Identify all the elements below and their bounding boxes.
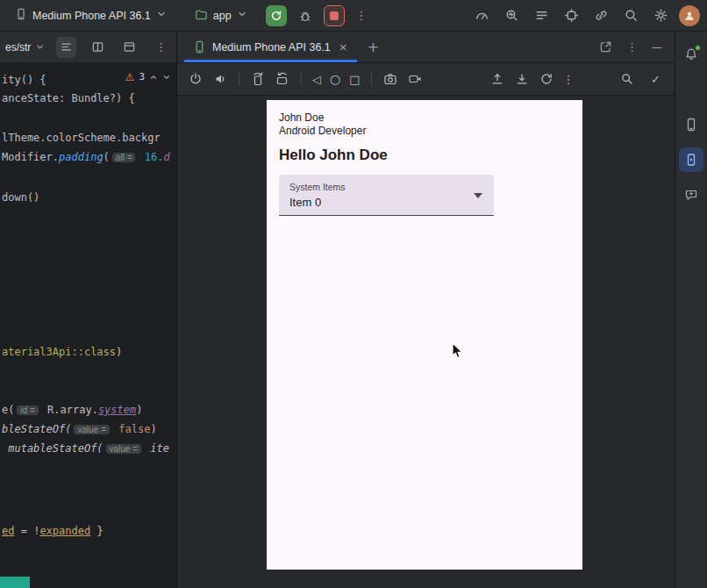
tab-title: Medium Phone API 36.1 — [212, 41, 331, 54]
check-button[interactable]: ✓ — [651, 74, 661, 85]
device-display-area: John Doe Android Developer Hello John Do… — [177, 96, 675, 588]
main-content: es/str ⋮ ity() { anceState: Bundle — [0, 32, 707, 588]
rerun-button[interactable] — [266, 5, 287, 26]
rotate-right-button[interactable] — [275, 71, 290, 87]
download-button[interactable] — [514, 71, 530, 87]
layout-icon — [123, 40, 136, 54]
code-token: ) — [116, 346, 122, 358]
profiler-icon — [475, 8, 489, 23]
device-manager-icon — [684, 118, 698, 132]
dropdown-label: System Items — [289, 182, 483, 192]
inspection-widget[interactable]: ⚠ 3 — [125, 71, 171, 82]
more-icon[interactable]: ⋮ — [626, 41, 638, 53]
divider — [371, 72, 372, 86]
open-in-window-icon[interactable] — [599, 40, 612, 54]
message-plus-icon — [684, 188, 698, 202]
new-tab-button[interactable]: + — [357, 40, 389, 54]
device-more-button[interactable]: ⋮ — [563, 74, 575, 85]
code-token: e( — [2, 404, 14, 416]
code-token: d — [163, 151, 169, 163]
code-line: aterial3Api::class) — [2, 346, 122, 359]
device-manager-button[interactable] — [679, 112, 703, 137]
code-line: anceState: Bundle?) { — [2, 92, 135, 105]
build-analyzer-button[interactable] — [560, 4, 582, 27]
device-selector[interactable]: Medium Phone API 36.1 — [11, 5, 171, 25]
device-screen[interactable]: John Doe Android Developer Hello John Do… — [267, 100, 582, 570]
stop-button[interactable] — [324, 5, 345, 26]
code-line: ed = !expanded } — [2, 525, 104, 538]
debug-button[interactable] — [294, 4, 317, 27]
logcat-button[interactable] — [530, 4, 553, 27]
profile-role: Android Developer — [279, 125, 570, 138]
restore-icon — [539, 72, 553, 86]
search-button[interactable] — [619, 4, 642, 27]
parameter-hint: value = — [106, 444, 142, 454]
running-devices-button[interactable] — [679, 147, 703, 172]
person-icon — [683, 10, 696, 22]
run-config-selector[interactable]: app — [190, 5, 252, 26]
minimize-icon[interactable]: — — [652, 42, 662, 53]
nav-home-button[interactable]: ○ — [330, 73, 340, 85]
profiler-button[interactable] — [470, 4, 493, 27]
notification-dot — [695, 45, 701, 51]
camera-icon — [383, 72, 397, 86]
volume-button[interactable] — [212, 71, 228, 87]
emulator-icon — [193, 40, 206, 54]
rerun-arrow-icon — [270, 10, 282, 22]
chevron-down-icon[interactable] — [162, 73, 171, 82]
code-line: lTheme.colorScheme.backgr — [2, 132, 161, 145]
more-actions-button[interactable]: ⋮ — [350, 4, 373, 27]
power-button[interactable] — [188, 71, 204, 87]
user-avatar[interactable] — [679, 5, 700, 26]
warning-icon: ⚠ — [125, 72, 135, 82]
chip-icon — [564, 8, 579, 23]
code-token: ity() { — [2, 74, 46, 86]
power-icon — [189, 72, 203, 86]
code-line: e(id = R.array.system) — [2, 404, 142, 417]
device-selector-label: Medium Phone API 36.1 — [32, 10, 151, 22]
chevron-down-icon — [237, 9, 247, 22]
device-mirroring-button[interactable] — [589, 4, 612, 27]
notifications-button[interactable] — [679, 42, 703, 67]
code-token: } — [90, 525, 103, 537]
rotate-left-button[interactable] — [250, 71, 266, 87]
editor-more-button[interactable]: ⋮ — [151, 37, 171, 58]
structure-view-button[interactable] — [56, 37, 76, 58]
upload-button[interactable] — [489, 71, 505, 87]
close-icon[interactable]: × — [339, 41, 348, 53]
split-icon — [91, 40, 104, 54]
phone-icon — [15, 8, 27, 23]
record-screen-button[interactable] — [407, 71, 423, 87]
code-line: mutableStateOf(value = ite — [2, 442, 169, 455]
code-token: bleStateOf( — [2, 423, 71, 435]
zoom-button[interactable] — [619, 71, 635, 87]
nav-back-button[interactable]: ◁ — [312, 74, 321, 85]
tab-running-device[interactable]: Medium Phone API 36.1 × — [184, 32, 357, 62]
device-toolbar: ◁ ○ □ ⋮ — [177, 63, 675, 96]
chevron-up-icon[interactable] — [149, 73, 158, 82]
system-items-dropdown[interactable]: System Items Item 0 — [279, 175, 494, 216]
status-indicator-block — [0, 577, 30, 588]
reset-button[interactable] — [539, 71, 554, 87]
file-breadcrumb[interactable]: es/str — [5, 41, 45, 54]
code-token: system — [98, 404, 136, 416]
code-token: ed — [2, 525, 14, 537]
editor-layout-button[interactable] — [119, 37, 139, 58]
breadcrumb-label: es/str — [5, 41, 31, 54]
nav-overview-button[interactable]: □ — [349, 74, 360, 85]
app-inspection-button[interactable] — [500, 4, 523, 27]
parameter-hint: value = — [74, 425, 110, 434]
screenshot-button[interactable] — [382, 71, 398, 87]
code-token: false — [112, 423, 150, 435]
link-icon — [594, 8, 609, 23]
parameter-hint: all = — [112, 153, 136, 162]
chevron-down-icon — [35, 42, 45, 52]
editor-toolbar: es/str ⋮ — [0, 32, 176, 63]
assistant-chat-button[interactable] — [679, 183, 703, 207]
settings-button[interactable] — [649, 4, 672, 27]
chevron-down-icon — [156, 9, 167, 22]
rotate-portrait-icon — [251, 72, 265, 86]
split-editor-button[interactable] — [88, 37, 108, 58]
code-editor[interactable]: ity() { anceState: Bundle?) { lTheme.col… — [0, 63, 176, 588]
code-token: R.array. — [41, 404, 98, 416]
